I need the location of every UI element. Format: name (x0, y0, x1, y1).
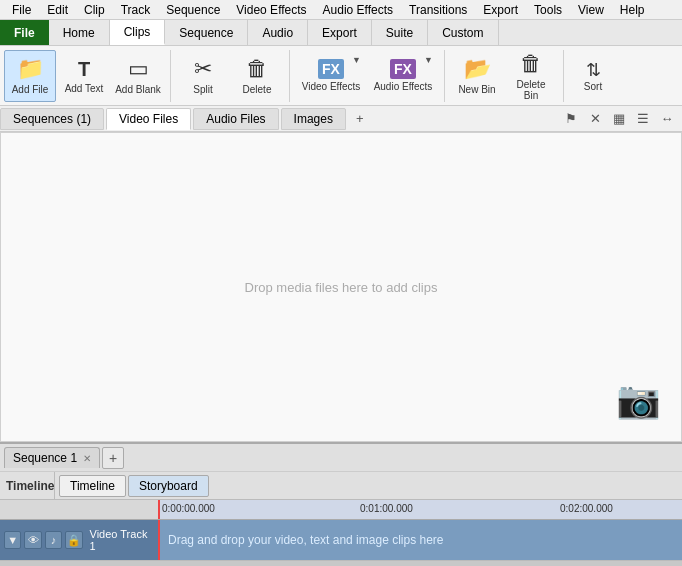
delete-button[interactable]: 🗑 Delete (231, 50, 283, 102)
toolbar-edit-group: ✂ Split 🗑 Delete (177, 50, 290, 102)
audio-fx-dropdown-icon: ▼ (424, 55, 433, 65)
ruler-tick-0: 0:00:00.000 (162, 503, 215, 514)
tab-clips[interactable]: Clips (110, 20, 166, 45)
tab-custom[interactable]: Custom (428, 20, 498, 45)
sort-icon: ⇅ (586, 59, 601, 81)
audio-fx-icon: FX (394, 61, 412, 77)
delete-bin-button[interactable]: 🗑 Delete Bin (505, 50, 557, 102)
video-effects-label: Video Effects (302, 81, 361, 92)
audio-effects-button[interactable]: ▼ FX Audio Effects (368, 50, 438, 102)
grid-view-icon[interactable]: ▦ (608, 108, 630, 130)
add-blank-icon: ▭ (128, 56, 149, 82)
app-wrapper: File Edit Clip Track Sequence Video Effe… (0, 0, 682, 566)
close-icon[interactable]: ✕ (584, 108, 606, 130)
video-fx-icon: FX (322, 61, 340, 77)
toolbar-sort-group: ⇅ Sort (574, 50, 612, 102)
toolbar-add-group: 📁 Add File T Add Text ▭ Add Blank (4, 50, 171, 102)
track-speaker-btn[interactable]: ♪ (45, 531, 62, 549)
flag-icon[interactable]: ⚑ (560, 108, 582, 130)
sequence-tab-close[interactable]: ✕ (83, 453, 91, 464)
camera-icon: 📷 (616, 379, 661, 421)
resize-icon[interactable]: ↔ (656, 108, 678, 130)
tab-home[interactable]: Home (49, 20, 110, 45)
timeline-add-tab[interactable]: + (102, 447, 124, 469)
tab-bar: File Home Clips Sequence Audio Export Su… (0, 20, 682, 46)
clips-tab-audio-files[interactable]: Audio Files (193, 108, 278, 130)
add-file-icon: 📁 (17, 56, 44, 82)
timeline-container: Sequence 1 ✕ + Timeline Timeline Storybo… (0, 442, 682, 566)
tab-suite[interactable]: Suite (372, 20, 428, 45)
new-bin-button[interactable]: 📂 New Bin (451, 50, 503, 102)
ruler-tick-2: 0:02:00.000 (560, 503, 613, 514)
sort-label: Sort (584, 81, 602, 92)
ruler-track: 0:00:00.000 0:01:00.000 0:02:00.000 (160, 500, 682, 519)
bottom-resize-handle[interactable] (0, 560, 682, 566)
ruler-tick-1: 0:01:00.000 (360, 503, 413, 514)
new-bin-label: New Bin (458, 84, 495, 95)
add-file-label: Add File (12, 84, 49, 95)
delete-bin-label: Delete Bin (508, 79, 554, 101)
menu-clip[interactable]: Clip (76, 1, 113, 19)
menu-tools[interactable]: Tools (526, 1, 570, 19)
menu-edit[interactable]: Edit (39, 1, 76, 19)
clips-tab-video-files[interactable]: Video Files (106, 108, 191, 130)
clips-view-icons: ⚑ ✕ ▦ ☰ ↔ (558, 108, 682, 130)
delete-bin-icon: 🗑 (520, 51, 542, 77)
clips-tab-images[interactable]: Images (281, 108, 346, 130)
video-fx-box: FX (318, 59, 344, 79)
storyboard-view-btn[interactable]: Storyboard (128, 475, 209, 497)
delete-icon: 🗑 (246, 56, 268, 82)
split-label: Split (193, 84, 212, 95)
ruler-left-pad (0, 500, 160, 519)
timeline-tabs: Sequence 1 ✕ + (0, 444, 682, 472)
main-content-area: Drop media files here to add clips 📷 (0, 132, 682, 442)
toolbar-fx-group: ▼ FX Video Effects ▼ FX Audio Effects (296, 50, 445, 102)
clips-header: Sequences (1) Video Files Audio Files Im… (0, 106, 682, 132)
menu-audio-effects[interactable]: Audio Effects (315, 1, 402, 19)
add-blank-button[interactable]: ▭ Add Blank (112, 50, 164, 102)
menu-sequence[interactable]: Sequence (158, 1, 228, 19)
menu-view[interactable]: View (570, 1, 612, 19)
sequence-tab-label: Sequence 1 (13, 451, 77, 465)
audio-fx-box: FX (390, 59, 416, 79)
track-name: Video Track 1 (90, 528, 154, 552)
add-text-label: Add Text (65, 83, 104, 94)
timeline-view-btn[interactable]: Timeline (59, 475, 126, 497)
sort-button[interactable]: ⇅ Sort (574, 50, 612, 102)
menu-video-effects[interactable]: Video Effects (228, 1, 314, 19)
sequence-tab[interactable]: Sequence 1 ✕ (4, 447, 100, 468)
tab-export[interactable]: Export (308, 20, 372, 45)
track-eye-btn[interactable]: 👁 (24, 531, 41, 549)
timeline-ruler: 0:00:00.000 0:01:00.000 0:02:00.000 (0, 500, 682, 520)
timeline-label: Timeline (0, 472, 55, 499)
clips-tab-sequences[interactable]: Sequences (1) (0, 108, 104, 130)
delete-label: Delete (243, 84, 272, 95)
menu-file[interactable]: File (4, 1, 39, 19)
video-fx-dropdown-icon: ▼ (352, 55, 361, 65)
tab-sequence[interactable]: Sequence (165, 20, 248, 45)
drop-hint-text: Drop media files here to add clips (245, 280, 438, 295)
split-button[interactable]: ✂ Split (177, 50, 229, 102)
track-content: Drag and drop your video, text and image… (160, 520, 682, 560)
timeline-view-btns: Timeline Storyboard (55, 472, 215, 499)
tab-file[interactable]: File (0, 20, 49, 45)
track-lock-btn[interactable]: 🔒 (65, 531, 82, 549)
clips-tab-add[interactable]: + (348, 109, 372, 128)
split-icon: ✂ (194, 56, 212, 82)
track-drop-hint: Drag and drop your video, text and image… (168, 533, 444, 547)
track-collapse-btn[interactable]: ▼ (4, 531, 21, 549)
timeline-inner: Timeline Timeline Storyboard (0, 472, 682, 500)
menu-transitions[interactable]: Transitions (401, 1, 475, 19)
toolbar-bin-group: 📂 New Bin 🗑 Delete Bin (451, 50, 564, 102)
new-bin-icon: 📂 (464, 56, 491, 82)
list-view-icon[interactable]: ☰ (632, 108, 654, 130)
menu-export[interactable]: Export (475, 1, 526, 19)
add-text-icon: T (78, 58, 90, 81)
add-text-button[interactable]: T Add Text (58, 50, 110, 102)
video-effects-button[interactable]: ▼ FX Video Effects (296, 50, 366, 102)
add-file-button[interactable]: 📁 Add File (4, 50, 56, 102)
menu-track[interactable]: Track (113, 1, 159, 19)
menu-help[interactable]: Help (612, 1, 653, 19)
video-track: ▼ 👁 ♪ 🔒 Video Track 1 Drag and drop your… (0, 520, 682, 560)
tab-audio[interactable]: Audio (248, 20, 308, 45)
